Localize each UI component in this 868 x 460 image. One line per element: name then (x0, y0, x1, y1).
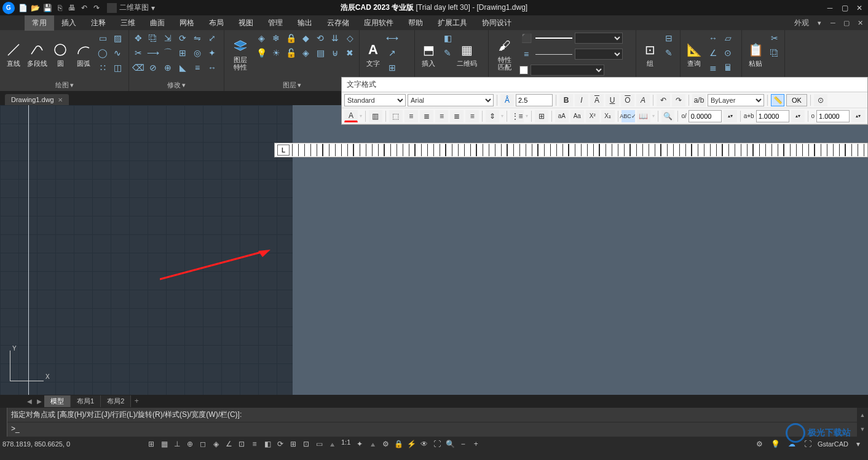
overline-button[interactable]: O (621, 94, 634, 106)
layer-lock-icon[interactable]: 🔒 (284, 31, 298, 45)
chevron-down-icon[interactable]: ▾ (652, 113, 655, 119)
polar-icon[interactable]: ⊕ (184, 438, 196, 450)
width-factor-input[interactable] (816, 110, 850, 122)
table-icon[interactable]: ⊞ (385, 61, 399, 74)
layer-uniso-icon[interactable]: ◈ (299, 46, 312, 60)
annoscale-icon[interactable]: ⟁ (326, 438, 338, 450)
tracking-input[interactable] (756, 110, 789, 122)
osnap3d-icon[interactable]: ◈ (210, 438, 222, 450)
bold-button[interactable]: B (559, 94, 573, 106)
doc-maximize-button[interactable]: ▢ (841, 18, 852, 28)
cycling-icon[interactable]: ⟳ (274, 438, 286, 450)
workspace-switch-icon[interactable]: ⚙ (379, 438, 392, 450)
clean-screen-icon[interactable]: ⛶ (431, 438, 443, 450)
distribute-icon[interactable]: ≡ (465, 110, 479, 122)
group-button[interactable]: ⊡ 组 (639, 31, 661, 77)
chevron-down-icon[interactable]: ▾ (501, 113, 503, 119)
font-a-button[interactable]: A (590, 94, 604, 106)
spline-icon[interactable]: ∿ (111, 46, 124, 60)
model-tab[interactable]: 模型 (44, 395, 71, 407)
array-icon[interactable]: ⊞ (176, 46, 189, 60)
maximize-button[interactable]: ▢ (838, 2, 851, 14)
close-tab-icon[interactable]: ✕ (58, 97, 63, 103)
save-icon[interactable]: 💾 (42, 2, 53, 14)
break-icon[interactable]: ⊘ (146, 61, 160, 74)
grid-icon[interactable]: ▦ (158, 438, 170, 450)
cut-icon[interactable]: ✂ (768, 31, 781, 45)
spellcheck-icon[interactable]: ABC✓ (621, 110, 635, 122)
menu-3d[interactable]: 三维 (113, 15, 143, 31)
osnap-icon[interactable]: ◻ (197, 438, 209, 450)
workspace-selector[interactable]: 二维草图 ▾ (107, 2, 155, 13)
justify-icon[interactable]: ≣ (450, 110, 464, 122)
isolate-icon[interactable]: 👁 (418, 438, 430, 450)
edit-block-icon[interactable]: ✎ (441, 46, 454, 60)
doc-minimize-button[interactable]: ─ (827, 18, 838, 28)
scale-icon[interactable]: ⤢ (205, 31, 219, 45)
ruler-mode-button[interactable]: L (277, 145, 290, 156)
color-row[interactable]: ByLayer (519, 63, 623, 77)
calc-icon[interactable]: 🖩 (721, 61, 735, 74)
redo-icon[interactable]: ↷ (91, 2, 102, 14)
point-icon[interactable]: ∷ (96, 61, 109, 74)
id-point-icon[interactable]: ⊙ (721, 46, 735, 60)
lowercase-icon[interactable]: Aa (570, 110, 584, 122)
cmd-drag-handle[interactable] (0, 408, 7, 437)
minimize-button[interactable]: ─ (824, 2, 836, 14)
create-block-icon[interactable]: ◧ (441, 31, 454, 45)
menu-collab[interactable]: 协同设计 (475, 15, 519, 31)
layer-off-icon[interactable]: ◈ (254, 31, 268, 45)
circle-tool-button[interactable]: 圆 (49, 31, 71, 77)
group-edit-icon[interactable]: ✎ (662, 46, 676, 60)
align-right-icon[interactable]: ≡ (435, 110, 449, 122)
layer-freeze-icon[interactable]: ❄ (269, 31, 283, 45)
gear-icon[interactable]: ⚙ (754, 438, 766, 450)
measure-button[interactable]: 📐 查询 (683, 31, 705, 77)
menu-mesh[interactable]: 网格 (172, 15, 202, 31)
saveas-icon[interactable]: ⎘ (54, 2, 65, 14)
linetype-select[interactable]: ByLayer (575, 33, 623, 44)
underline-button[interactable]: U (606, 94, 619, 106)
region-icon[interactable]: ◫ (111, 61, 124, 74)
color-highlight-icon[interactable]: A (344, 110, 358, 122)
plot-icon[interactable]: 🖶 (66, 2, 77, 14)
annotative-icon[interactable]: Å (500, 94, 514, 106)
menu-apps[interactable]: 应用软件 (357, 15, 401, 31)
subscript-icon[interactable]: X₂ (601, 110, 615, 122)
insert-field-icon[interactable]: ⊞ (535, 110, 548, 122)
hardware-accel-icon[interactable]: ⚡ (405, 438, 417, 450)
layer-delete-icon[interactable]: ✖ (343, 46, 357, 60)
dictionaries-icon[interactable]: 📖 (637, 110, 650, 122)
menu-common[interactable]: 常用 (25, 15, 54, 31)
explode-icon[interactable]: ✦ (205, 46, 219, 60)
line-spacing-icon[interactable]: ⇕ (486, 110, 499, 122)
menu-layout[interactable]: 布局 (202, 15, 231, 31)
text-color-select[interactable]: ByLayer (708, 94, 764, 106)
chamfer-icon[interactable]: ◣ (176, 61, 189, 74)
transparency-icon[interactable]: ◧ (261, 438, 274, 450)
layer-prev-icon[interactable]: ⟲ (314, 31, 327, 45)
dynmode-icon[interactable]: ⊡ (235, 438, 248, 450)
zoom-in-icon[interactable]: + (470, 438, 482, 450)
columns-icon[interactable]: ▥ (369, 110, 382, 122)
menu-help[interactable]: 帮助 (401, 15, 430, 31)
annotation-vis-icon[interactable]: ✦ (353, 438, 366, 450)
oblique-stepper-icon[interactable]: ▴▾ (724, 110, 737, 122)
ruler-toggle-icon[interactable]: 📏 (771, 94, 784, 106)
doc-close-button[interactable]: ✕ (854, 18, 866, 28)
document-tab[interactable]: Drawing1.dwg ✕ (5, 94, 69, 105)
command-input[interactable] (7, 422, 857, 435)
offset-icon[interactable]: ◎ (191, 46, 204, 60)
model-paper-icon[interactable]: ▭ (313, 438, 325, 450)
numbering-icon[interactable]: ⋮≡ (510, 110, 524, 122)
ok-button[interactable]: OK (786, 94, 807, 106)
dynamic-input-icon[interactable]: ⊞ (287, 438, 299, 450)
lengthen-icon[interactable]: ↔ (205, 61, 219, 74)
erase-icon[interactable]: ⌫ (132, 61, 145, 74)
dimension-icon[interactable]: ⟷ (385, 31, 399, 45)
options-icon[interactable]: ⊙ (814, 94, 827, 106)
redo-text-icon[interactable]: ↷ (672, 94, 685, 106)
trim-icon[interactable]: ✂ (132, 46, 145, 60)
close-button[interactable]: ✕ (853, 2, 866, 14)
chevron-down-icon[interactable]: ▾ (526, 113, 528, 119)
